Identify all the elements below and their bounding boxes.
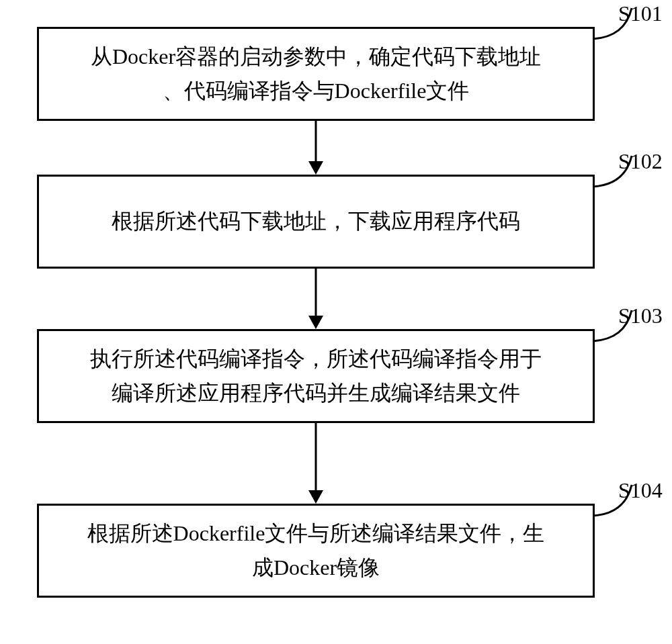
flowchart-canvas: 从Docker容器的启动参数中，确定代码下载地址 、代码编译指令与Dockerf… bbox=[0, 0, 672, 644]
label-s103: S103 bbox=[618, 304, 663, 328]
label-s102: S102 bbox=[618, 149, 663, 174]
step-s101: 从Docker容器的启动参数中，确定代码下载地址 、代码编译指令与Dockerf… bbox=[37, 27, 595, 121]
step-s104-text: 根据所述Dockerfile文件与所述编译结果文件，生 成Docker镜像 bbox=[87, 516, 545, 585]
step-s104: 根据所述Dockerfile文件与所述编译结果文件，生 成Docker镜像 bbox=[37, 504, 595, 598]
label-s101: S101 bbox=[618, 1, 663, 26]
label-s104: S104 bbox=[618, 478, 663, 503]
step-s102-text: 根据所述代码下载地址，下载应用程序代码 bbox=[112, 204, 520, 238]
step-s102: 根据所述代码下载地址，下载应用程序代码 bbox=[37, 175, 595, 269]
step-s103: 执行所述代码编译指令，所述代码编译指令用于 编译所述应用程序代码并生成编译结果文… bbox=[37, 329, 595, 423]
step-s103-text: 执行所述代码编译指令，所述代码编译指令用于 编译所述应用程序代码并生成编译结果文… bbox=[90, 342, 542, 410]
step-s101-text: 从Docker容器的启动参数中，确定代码下载地址 、代码编译指令与Dockerf… bbox=[91, 40, 541, 108]
